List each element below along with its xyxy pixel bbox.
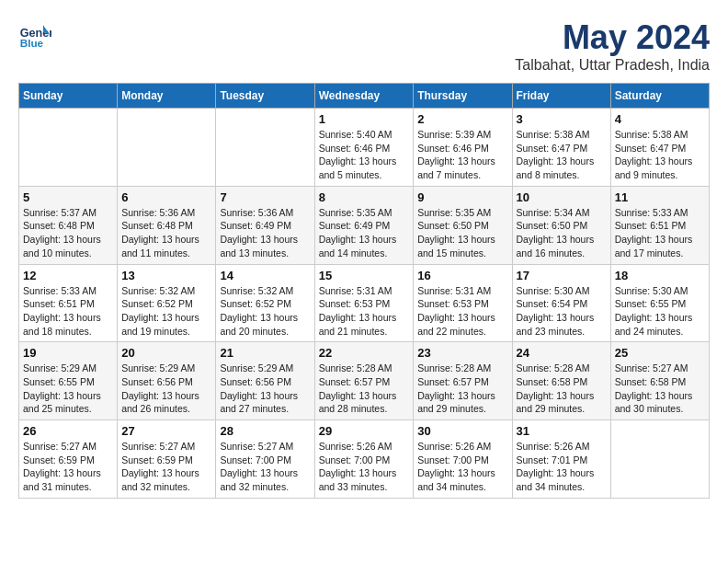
calendar-cell: 27 Sunrise: 5:27 AMSunset: 6:59 PMDaylig… [118, 420, 216, 499]
day-number: 27 [121, 424, 211, 438]
day-number: 14 [220, 269, 310, 282]
day-info: Sunrise: 5:35 AMSunset: 6:50 PMDaylight:… [417, 207, 495, 259]
day-info: Sunrise: 5:30 AMSunset: 6:55 PMDaylight:… [615, 285, 693, 337]
day-info: Sunrise: 5:26 AMSunset: 7:01 PMDaylight:… [517, 441, 595, 492]
calendar-cell: 30 Sunrise: 5:26 AMSunset: 7:00 PMDaylig… [414, 420, 512, 499]
day-info: Sunrise: 5:29 AMSunset: 6:56 PMDaylight:… [220, 362, 298, 414]
weekday-header: Wednesday [314, 84, 414, 109]
calendar-cell: 13 Sunrise: 5:32 AMSunset: 6:52 PMDaylig… [118, 264, 216, 342]
day-number: 7 [220, 190, 310, 204]
day-number: 21 [220, 346, 310, 360]
day-info: Sunrise: 5:28 AMSunset: 6:57 PMDaylight:… [417, 362, 495, 414]
calendar-cell: 23 Sunrise: 5:28 AMSunset: 6:57 PMDaylig… [414, 342, 512, 420]
day-info: Sunrise: 5:32 AMSunset: 6:52 PMDaylight:… [220, 285, 298, 337]
day-number: 15 [319, 269, 410, 282]
day-number: 11 [615, 190, 705, 204]
location-title: Talbahat, Uttar Pradesh, India [515, 57, 710, 74]
day-info: Sunrise: 5:40 AMSunset: 6:46 PMDaylight:… [319, 129, 397, 180]
day-number: 20 [121, 346, 211, 360]
month-title: May 2024 [515, 18, 710, 57]
day-info: Sunrise: 5:31 AMSunset: 6:53 PMDaylight:… [417, 285, 495, 337]
day-number: 9 [417, 190, 507, 204]
weekday-header: Friday [512, 84, 610, 109]
calendar-week-row: 19 Sunrise: 5:29 AMSunset: 6:55 PMDaylig… [19, 342, 710, 420]
day-info: Sunrise: 5:26 AMSunset: 7:00 PMDaylight:… [319, 441, 397, 492]
calendar-cell: 20 Sunrise: 5:29 AMSunset: 6:56 PMDaylig… [118, 342, 216, 420]
calendar-cell: 31 Sunrise: 5:26 AMSunset: 7:01 PMDaylig… [512, 420, 610, 499]
calendar-cell: 15 Sunrise: 5:31 AMSunset: 6:53 PMDaylig… [314, 264, 414, 342]
calendar-table: SundayMondayTuesdayWednesdayThursdayFrid… [18, 83, 710, 499]
day-info: Sunrise: 5:28 AMSunset: 6:57 PMDaylight:… [319, 362, 397, 414]
day-number: 19 [23, 346, 113, 360]
calendar-week-row: 1 Sunrise: 5:40 AMSunset: 6:46 PMDayligh… [19, 109, 710, 187]
day-number: 24 [517, 346, 607, 360]
day-info: Sunrise: 5:30 AMSunset: 6:54 PMDaylight:… [517, 285, 595, 337]
day-number: 8 [319, 190, 410, 204]
day-info: Sunrise: 5:31 AMSunset: 6:53 PMDaylight:… [319, 285, 397, 337]
day-info: Sunrise: 5:27 AMSunset: 7:00 PMDaylight:… [220, 441, 298, 492]
calendar-cell: 28 Sunrise: 5:27 AMSunset: 7:00 PMDaylig… [216, 420, 314, 499]
calendar-cell: 10 Sunrise: 5:34 AMSunset: 6:50 PMDaylig… [512, 186, 610, 264]
day-info: Sunrise: 5:29 AMSunset: 6:55 PMDaylight:… [23, 362, 101, 414]
calendar-cell: 29 Sunrise: 5:26 AMSunset: 7:00 PMDaylig… [314, 420, 414, 499]
weekday-header: Sunday [19, 84, 118, 109]
calendar-cell: 26 Sunrise: 5:27 AMSunset: 6:59 PMDaylig… [19, 420, 118, 499]
day-number: 26 [23, 424, 113, 438]
day-info: Sunrise: 5:26 AMSunset: 7:00 PMDaylight:… [417, 441, 495, 492]
day-info: Sunrise: 5:38 AMSunset: 6:47 PMDaylight:… [517, 129, 595, 180]
weekday-header: Thursday [414, 84, 512, 109]
calendar-cell: 12 Sunrise: 5:33 AMSunset: 6:51 PMDaylig… [19, 264, 118, 342]
calendar-cell: 7 Sunrise: 5:36 AMSunset: 6:49 PMDayligh… [216, 186, 314, 264]
day-number: 4 [615, 112, 705, 126]
day-info: Sunrise: 5:36 AMSunset: 6:49 PMDaylight:… [220, 207, 298, 259]
day-info: Sunrise: 5:33 AMSunset: 6:51 PMDaylight:… [615, 207, 693, 259]
day-number: 30 [417, 424, 507, 438]
calendar-cell: 8 Sunrise: 5:35 AMSunset: 6:49 PMDayligh… [314, 186, 414, 264]
calendar-cell [610, 420, 709, 499]
logo-icon: General Blue [18, 18, 51, 52]
weekday-header: Monday [118, 84, 216, 109]
calendar-cell: 25 Sunrise: 5:27 AMSunset: 6:58 PMDaylig… [610, 342, 709, 420]
day-number: 2 [417, 112, 507, 126]
day-number: 28 [220, 424, 310, 438]
day-info: Sunrise: 5:34 AMSunset: 6:50 PMDaylight:… [517, 207, 595, 259]
calendar-cell: 18 Sunrise: 5:30 AMSunset: 6:55 PMDaylig… [610, 264, 709, 342]
day-number: 22 [319, 346, 410, 360]
calendar-week-row: 5 Sunrise: 5:37 AMSunset: 6:48 PMDayligh… [19, 186, 710, 264]
day-info: Sunrise: 5:38 AMSunset: 6:47 PMDaylight:… [615, 129, 693, 180]
day-info: Sunrise: 5:35 AMSunset: 6:49 PMDaylight:… [319, 207, 397, 259]
day-info: Sunrise: 5:33 AMSunset: 6:51 PMDaylight:… [23, 285, 101, 337]
day-number: 25 [615, 346, 705, 360]
calendar-cell: 11 Sunrise: 5:33 AMSunset: 6:51 PMDaylig… [610, 186, 709, 264]
day-info: Sunrise: 5:39 AMSunset: 6:46 PMDaylight:… [417, 129, 495, 180]
day-number: 29 [319, 424, 410, 438]
calendar-cell [118, 109, 216, 187]
calendar-cell: 21 Sunrise: 5:29 AMSunset: 6:56 PMDaylig… [216, 342, 314, 420]
title-area: May 2024 Talbahat, Uttar Pradesh, India [515, 18, 710, 74]
calendar-cell: 14 Sunrise: 5:32 AMSunset: 6:52 PMDaylig… [216, 264, 314, 342]
weekday-header-row: SundayMondayTuesdayWednesdayThursdayFrid… [19, 84, 710, 109]
calendar-cell: 19 Sunrise: 5:29 AMSunset: 6:55 PMDaylig… [19, 342, 118, 420]
day-number: 16 [417, 269, 507, 282]
day-number: 3 [517, 112, 607, 126]
calendar-cell: 3 Sunrise: 5:38 AMSunset: 6:47 PMDayligh… [512, 109, 610, 187]
day-info: Sunrise: 5:28 AMSunset: 6:58 PMDaylight:… [517, 362, 595, 414]
calendar-cell: 9 Sunrise: 5:35 AMSunset: 6:50 PMDayligh… [414, 186, 512, 264]
day-number: 5 [23, 190, 113, 204]
svg-text:Blue: Blue [20, 37, 44, 49]
calendar-cell [19, 109, 118, 187]
day-number: 18 [615, 269, 705, 282]
day-info: Sunrise: 5:27 AMSunset: 6:58 PMDaylight:… [615, 362, 693, 414]
calendar-cell: 24 Sunrise: 5:28 AMSunset: 6:58 PMDaylig… [512, 342, 610, 420]
day-info: Sunrise: 5:27 AMSunset: 6:59 PMDaylight:… [23, 441, 101, 492]
calendar-cell: 17 Sunrise: 5:30 AMSunset: 6:54 PMDaylig… [512, 264, 610, 342]
weekday-header: Saturday [610, 84, 709, 109]
weekday-header: Tuesday [216, 84, 314, 109]
day-info: Sunrise: 5:36 AMSunset: 6:48 PMDaylight:… [121, 207, 199, 259]
calendar-cell: 1 Sunrise: 5:40 AMSunset: 6:46 PMDayligh… [314, 109, 414, 187]
day-info: Sunrise: 5:29 AMSunset: 6:56 PMDaylight:… [121, 362, 199, 414]
day-number: 6 [121, 190, 211, 204]
day-info: Sunrise: 5:27 AMSunset: 6:59 PMDaylight:… [121, 441, 199, 492]
header: General Blue May 2024 Talbahat, Uttar Pr… [18, 18, 710, 74]
day-number: 31 [517, 424, 607, 438]
